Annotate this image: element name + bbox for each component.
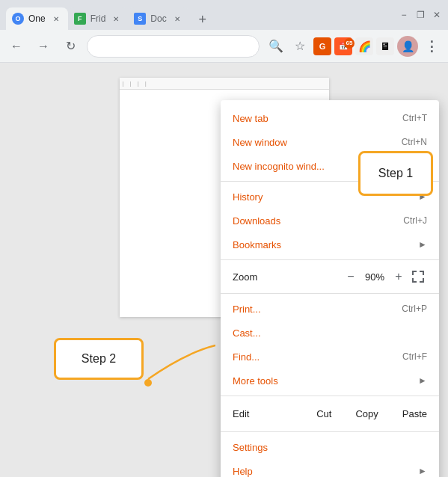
forward-button[interactable]: →: [33, 36, 54, 57]
maximize-button[interactable]: ❐: [415, 10, 426, 20]
tab-friday[interactable]: F Frid ✕: [68, 7, 129, 30]
tab-doc-close[interactable]: ✕: [171, 13, 183, 25]
paste-button[interactable]: Paste: [390, 404, 439, 424]
menu-section-zoom: Zoom − 90% +: [221, 260, 439, 294]
omnibox[interactable]: [87, 35, 260, 58]
svg-rect-6: [412, 278, 414, 283]
tab-doc-label: Doc: [150, 13, 166, 24]
zoom-minus-button[interactable]: −: [340, 266, 361, 287]
downloads-label: Downloads: [233, 215, 280, 227]
tab-one-favicon: O: [12, 13, 24, 25]
new-tab-button[interactable]: +: [192, 9, 213, 30]
tab-friday-favicon: F: [74, 13, 86, 25]
cut-button[interactable]: Cut: [304, 404, 343, 424]
tab-doc-favicon: S: [134, 13, 146, 25]
address-bar: ← → ↻ 🔍 ☆ G 65 📅 🌈 🖥 👤 ⋮: [0, 30, 448, 63]
step2-annotation: Step 2: [54, 338, 144, 380]
window-controls: − ❐ ✕: [399, 10, 442, 20]
help-label: Help: [233, 466, 253, 477]
menu-item-bookmarks[interactable]: Bookmarks ►: [221, 233, 439, 256]
new-window-label: New window: [233, 137, 287, 148]
bookmarks-label: Bookmarks: [233, 239, 281, 250]
zoom-fullscreen-button[interactable]: [409, 268, 427, 286]
svg-point-0: [144, 379, 152, 387]
tab-one-label: One: [28, 13, 46, 24]
menu-item-settings[interactable]: Settings: [221, 435, 439, 459]
tabs-area: O One ✕ F Frid ✕ S Doc ✕ +: [6, 0, 393, 30]
ruler-marks: ||||: [123, 80, 147, 87]
page-content: |||| Step 2 New tab Ctrl+T New wi: [0, 63, 448, 477]
reload-button[interactable]: ↻: [60, 36, 81, 57]
monitor-ext-icon[interactable]: 🖥: [376, 37, 394, 55]
new-tab-label: New tab: [233, 113, 269, 124]
downloads-shortcut: Ctrl+J: [403, 215, 427, 226]
tab-friday-label: Frid: [90, 13, 106, 24]
step1-annotation: Step 1: [358, 151, 433, 196]
zoom-value-display: 90%: [361, 271, 388, 283]
find-label: Find...: [233, 351, 260, 363]
tab-one[interactable]: O One ✕: [6, 7, 68, 30]
help-arrow: ►: [418, 466, 427, 476]
menu-item-find[interactable]: Find... Ctrl+F: [221, 345, 439, 369]
cast-label: Cast...: [233, 327, 261, 339]
svg-rect-2: [412, 271, 414, 275]
menu-item-print[interactable]: Print... Ctrl+P: [221, 297, 439, 321]
rainbow-ext-icon[interactable]: 🌈: [355, 37, 373, 55]
edit-row: Edit Cut Copy Paste: [221, 399, 439, 428]
print-shortcut: Ctrl+P: [402, 304, 427, 314]
menu-section-tools: Print... Ctrl+P Cast... Find... Ctrl+F M…: [221, 294, 439, 396]
new-tab-shortcut: Ctrl+T: [402, 113, 427, 123]
close-button[interactable]: ✕: [432, 10, 442, 20]
profile-avatar[interactable]: 👤: [397, 36, 418, 57]
title-bar: O One ✕ F Frid ✕ S Doc ✕ +: [0, 0, 448, 30]
back-button[interactable]: ←: [6, 36, 27, 57]
more-tools-arrow: ►: [418, 375, 427, 386]
menu-button[interactable]: ⋮: [421, 36, 442, 57]
search-icon[interactable]: 🔍: [266, 36, 286, 57]
bookmark-star-icon[interactable]: ☆: [289, 36, 310, 57]
print-label: Print...: [233, 304, 261, 315]
menu-item-more-tools[interactable]: More tools ►: [221, 369, 439, 393]
toolbar-icons: 🔍 ☆ G 65 📅 🌈 🖥 👤 ⋮: [266, 36, 442, 57]
incognito-label: New incognito wind...: [233, 161, 325, 172]
grammarly-icon[interactable]: G: [313, 37, 331, 55]
svg-rect-8: [423, 278, 424, 283]
copy-button[interactable]: Copy: [343, 404, 390, 424]
new-window-shortcut: Ctrl+N: [402, 137, 427, 147]
history-label: History: [233, 191, 263, 203]
minimize-button[interactable]: −: [399, 10, 409, 20]
edit-buttons: Cut Copy Paste: [304, 404, 439, 424]
tab-friday-close[interactable]: ✕: [110, 13, 122, 25]
zoom-plus-button[interactable]: +: [388, 266, 409, 287]
zoom-label-text: Zoom: [233, 271, 257, 283]
settings-label: Settings: [233, 442, 268, 453]
menu-section-settings: Settings Help ► Exit: [221, 432, 439, 477]
menu-item-downloads[interactable]: Downloads Ctrl+J: [221, 209, 439, 233]
zoom-controls: − 90% +: [340, 266, 427, 287]
svg-rect-4: [423, 271, 424, 275]
bookmarks-arrow: ►: [418, 239, 427, 250]
find-shortcut: Ctrl+F: [402, 351, 427, 362]
zoom-row: Zoom − 90% +: [221, 263, 439, 290]
step2-label: Step 2: [82, 352, 116, 366]
menu-item-new-tab[interactable]: New tab Ctrl+T: [221, 106, 439, 130]
menu-section-edit: Edit Cut Copy Paste: [221, 396, 439, 432]
edit-text: Edit: [221, 402, 304, 425]
calendar-ext-icon[interactable]: 65 📅: [334, 37, 352, 55]
document-ruler: ||||: [120, 78, 329, 90]
tab-doc[interactable]: S Doc ✕: [128, 7, 188, 30]
browser-frame: O One ✕ F Frid ✕ S Doc ✕ +: [0, 0, 448, 477]
step2-connector: [141, 338, 215, 398]
more-tools-label: More tools: [233, 375, 278, 387]
step1-label: Step 1: [378, 167, 413, 180]
tab-one-close[interactable]: ✕: [50, 13, 62, 25]
menu-item-help[interactable]: Help ►: [221, 459, 439, 477]
menu-item-cast[interactable]: Cast...: [221, 321, 439, 345]
